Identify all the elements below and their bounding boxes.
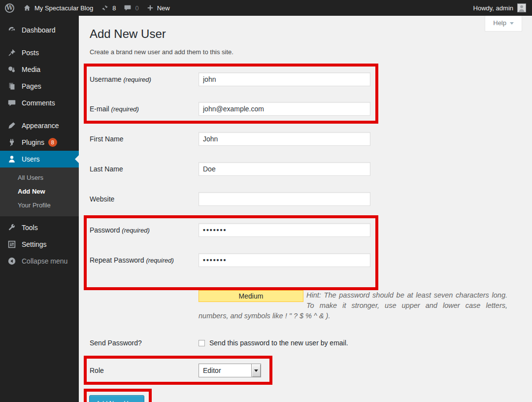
avatar — [517, 3, 526, 12]
required-hint: (required) — [146, 257, 173, 264]
website-row: Website — [90, 192, 507, 206]
sidebar: Dashboard Posts Media Pages Comments App… — [0, 16, 79, 402]
selected-item-arrow — [75, 155, 79, 163]
comment-icon — [124, 4, 132, 12]
sidebar-item-media[interactable]: Media — [0, 61, 79, 78]
settings-icon — [7, 239, 17, 249]
add-new-user-button[interactable]: Add New User — [89, 395, 144, 402]
chevron-down-icon — [510, 22, 514, 27]
updates-link[interactable]: 8 — [101, 0, 116, 16]
sidebar-item-label: Dashboard — [22, 26, 56, 34]
sidebar-item-plugins[interactable]: Plugins 8 — [0, 134, 79, 151]
username-label: Username (required) — [90, 75, 199, 83]
pages-icon — [7, 81, 17, 91]
users-submenu: All Users Add New Your Profile — [0, 168, 79, 216]
annotation-box-password-fields: Password (required) Repeat Password (req… — [84, 215, 378, 290]
username-input[interactable] — [199, 72, 370, 86]
website-label: Website — [90, 195, 199, 203]
repeat-password-row: Repeat Password (required) — [90, 253, 375, 267]
role-select[interactable]: Editor — [199, 364, 261, 377]
admin-bar: W My Spectacular Blog 8 0 New — [0, 0, 532, 16]
sidebar-item-appearance[interactable]: Appearance — [0, 117, 79, 134]
site-name-link[interactable]: My Spectacular Blog — [23, 0, 93, 16]
users-icon — [7, 154, 17, 164]
role-selected-value: Editor — [199, 364, 251, 377]
media-icon — [7, 65, 17, 74]
submenu-item-add-new[interactable]: Add New — [0, 185, 79, 199]
password-label: Password (required) — [90, 226, 199, 234]
send-password-label: Send Password? — [90, 339, 199, 347]
last-name-label: Last Name — [90, 165, 199, 173]
sidebar-item-comments[interactable]: Comments — [0, 95, 79, 111]
comments-link[interactable]: 0 — [124, 0, 138, 16]
dashboard-icon — [7, 25, 17, 35]
submenu-item-all-users[interactable]: All Users — [0, 171, 79, 185]
help-button[interactable]: Help — [485, 16, 522, 32]
howdy-text: Howdy, admin — [473, 4, 513, 12]
sidebar-item-tools[interactable]: Tools — [0, 219, 79, 236]
menu-separator — [0, 111, 79, 117]
sidebar-item-label: Plugins — [22, 138, 44, 146]
menu-separator — [0, 38, 79, 44]
sidebar-item-label: Tools — [22, 224, 38, 232]
repeat-password-label: Repeat Password (required) — [90, 256, 199, 264]
sidebar-item-label: Posts — [22, 49, 39, 57]
first-name-input[interactable] — [199, 132, 370, 146]
appearance-icon — [7, 121, 17, 131]
repeat-password-input[interactable] — [199, 253, 370, 267]
sidebar-item-label: Comments — [22, 99, 55, 107]
annotation-box-submit: Add New User — [84, 389, 152, 402]
role-row: Role Editor — [90, 364, 269, 377]
send-password-row: Send Password? Send this password to the… — [90, 336, 507, 350]
sidebar-item-label: Users — [22, 155, 40, 163]
password-input[interactable] — [199, 223, 370, 237]
role-label: Role — [90, 367, 199, 374]
password-strength-meter: Medium — [199, 290, 303, 302]
first-name-row: First Name — [90, 132, 507, 146]
select-dropdown-button[interactable] — [251, 364, 261, 377]
update-count: 8 — [112, 4, 116, 12]
last-name-input[interactable] — [199, 162, 370, 176]
required-hint: (required) — [123, 76, 151, 83]
account-menu[interactable]: Howdy, admin — [473, 0, 532, 16]
last-name-row: Last Name — [90, 162, 507, 176]
sidebar-item-pages[interactable]: Pages — [0, 78, 79, 95]
sidebar-item-label: Pages — [22, 82, 41, 90]
email-input[interactable] — [199, 102, 370, 116]
sidebar-item-settings[interactable]: Settings — [0, 236, 79, 253]
sidebar-item-posts[interactable]: Posts — [0, 44, 79, 61]
comment-icon — [7, 98, 17, 108]
send-password-checkbox-label: Send this password to the new user by em… — [209, 339, 348, 347]
chevron-down-icon — [254, 369, 258, 374]
page-subtitle: Create a brand new user and add them to … — [90, 48, 507, 56]
main-content: Help Add New User Create a brand new use… — [79, 16, 532, 402]
sidebar-item-users[interactable]: Users — [0, 151, 79, 168]
sidebar-item-label: Appearance — [22, 122, 59, 130]
collapse-icon — [7, 256, 17, 266]
annotation-box-required-fields: Username (required) E-mail (required) — [84, 64, 378, 124]
username-row: Username (required) — [90, 72, 375, 86]
page-title: Add New User — [90, 26, 507, 41]
site-name: My Spectacular Blog — [34, 4, 93, 12]
email-label: E-mail (required) — [90, 105, 199, 113]
new-content-link[interactable]: New — [147, 0, 170, 16]
annotation-box-role: Role Editor — [84, 356, 272, 385]
sidebar-item-label: Collapse menu — [22, 257, 67, 265]
submenu-item-your-profile[interactable]: Your Profile — [0, 199, 79, 212]
password-strength-row: Medium Hint: The password should be at l… — [90, 290, 507, 321]
wordpress-logo-icon[interactable]: W — [5, 3, 14, 13]
sidebar-item-collapse-menu[interactable]: Collapse menu — [0, 253, 79, 269]
plus-icon — [147, 4, 154, 11]
password-row: Password (required) — [90, 223, 375, 237]
sidebar-item-label: Media — [22, 66, 40, 73]
sidebar-item-dashboard[interactable]: Dashboard — [0, 22, 79, 38]
send-password-checkbox[interactable] — [199, 340, 205, 346]
pushpin-icon — [7, 48, 17, 58]
first-name-label: First Name — [90, 135, 199, 143]
sidebar-item-label: Settings — [22, 240, 47, 248]
new-label: New — [157, 4, 170, 12]
email-row: E-mail (required) — [90, 102, 375, 116]
website-input[interactable] — [199, 192, 370, 206]
home-icon — [23, 4, 31, 12]
tools-icon — [7, 223, 17, 233]
